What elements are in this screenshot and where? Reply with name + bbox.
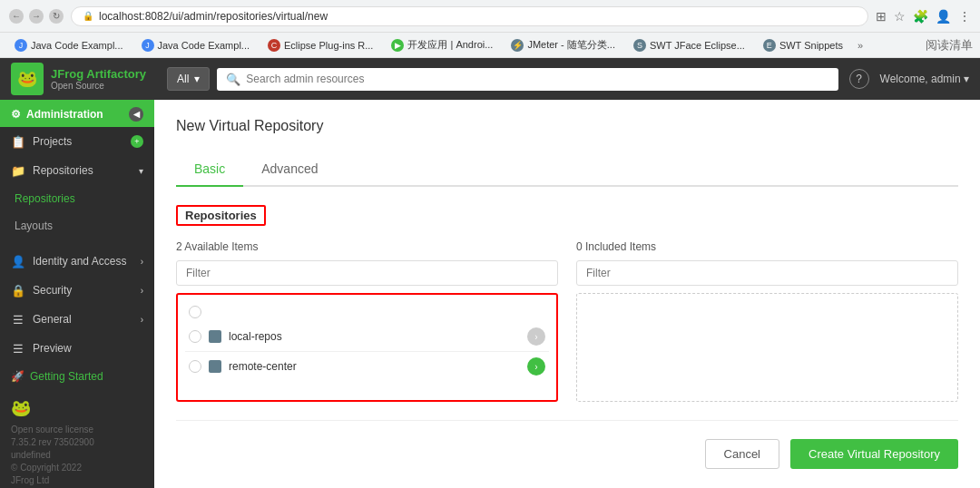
back-button[interactable]: ← <box>9 9 24 24</box>
repo-item-local[interactable]: local-repos › <box>185 322 549 352</box>
sidebar-item-label: General <box>33 313 72 326</box>
add-repo-button[interactable]: › <box>527 357 545 376</box>
bookmark-label: Java Code Exampl... <box>158 40 250 51</box>
search-bar: All ▾ 🔍 <box>167 67 838 91</box>
brand: 🐸 JFrog Artifactory Open Source <box>11 63 156 95</box>
sidebar-item-label: Repositories <box>33 164 93 177</box>
select-all-row <box>185 302 549 322</box>
repo-columns: 2 Available Items local-repos › <box>176 240 958 402</box>
sidebar-admin-header: ⚙ Administration ◀ <box>0 100 154 127</box>
top-nav: 🐸 JFrog Artifactory Open Source All ▾ 🔍 … <box>0 58 980 100</box>
chevron-right-icon: › <box>141 315 143 325</box>
bookmark-jmeter[interactable]: ⚡ JMeter - 随笔分类... <box>504 36 622 54</box>
bookmark-java1[interactable]: J Java Code Exampl... <box>7 37 131 54</box>
sidebar-item-label: Identity and Access <box>33 255 126 268</box>
sidebar: ⚙ Administration ◀ 📋 Projects + 📁 Reposi… <box>0 100 154 488</box>
sidebar-item-label: Layouts <box>15 220 53 232</box>
frog-icon: 🐸 <box>17 69 37 89</box>
bookmark-label: SWT JFace Eclipse... <box>650 40 745 51</box>
repo-name: local-repos <box>229 330 520 343</box>
chevron-down-icon: ▾ <box>139 166 143 176</box>
sidebar-item-label: Security <box>33 284 72 297</box>
bottom-actions: Cancel Create Virtual Repository <box>176 420 958 478</box>
sidebar-item-security[interactable]: 🔒 Security › <box>0 276 154 305</box>
projects-icon: 📋 <box>11 134 25 149</box>
reading-list[interactable]: 阅读清单 <box>926 37 973 54</box>
menu-icon[interactable]: ⋮ <box>958 9 971 24</box>
cancel-button[interactable]: Cancel <box>705 439 779 469</box>
sidebar-collapse-button[interactable]: ◀ <box>129 107 143 122</box>
security-icon: 🔒 <box>11 283 25 298</box>
general-icon: ☰ <box>11 312 25 327</box>
repo-radio[interactable] <box>189 330 201 343</box>
getting-started-item[interactable]: 🚀 Getting Started <box>0 363 154 390</box>
preview-icon: ☰ <box>11 341 25 356</box>
identity-icon: 👤 <box>11 254 25 268</box>
tab-basic[interactable]: Basic <box>176 152 243 187</box>
refresh-button[interactable]: ↻ <box>49 9 64 24</box>
extensions-icon[interactable]: 🧩 <box>913 9 928 24</box>
included-box <box>576 293 958 402</box>
search-type-dropdown[interactable]: All ▾ <box>167 67 210 91</box>
repo-icon <box>209 360 221 373</box>
lock-icon: 🔒 <box>83 11 93 21</box>
browser-chrome: ← → ↻ 🔒 localhost:8082/ui/admin/reposito… <box>0 0 980 33</box>
repo-radio[interactable] <box>189 360 201 373</box>
browser-controls: ← → ↻ <box>9 9 64 24</box>
sidebar-item-identity[interactable]: 👤 Identity and Access › <box>0 247 154 276</box>
page-title: New Virtual Repository <box>176 118 958 134</box>
select-all-radio[interactable] <box>189 306 201 318</box>
bookmark-eclipse[interactable]: C Eclipse Plug-ins R... <box>260 37 380 54</box>
bookmark-label: JMeter - 随笔分类... <box>527 38 615 52</box>
rocket-icon: 🚀 <box>11 370 24 383</box>
welcome-text[interactable]: Welcome, admin ▾ <box>880 73 969 85</box>
bookmark-icon: E <box>763 39 776 52</box>
repo-item-remote[interactable]: remote-center › <box>185 352 549 381</box>
included-col: 0 Included Items <box>576 240 958 402</box>
bookmark-icon: ⚡ <box>511 39 524 52</box>
create-virtual-repository-button[interactable]: Create Virtual Repository <box>790 439 958 469</box>
bookmark-label: 开发应用 | Androi... <box>407 38 493 52</box>
chevron-right-icon: › <box>141 257 143 267</box>
main-content: New Virtual Repository Basic Advanced Re… <box>154 100 980 488</box>
bookmark-label: SWT Snippets <box>779 40 843 51</box>
app-container: 🐸 JFrog Artifactory Open Source All ▾ 🔍 … <box>0 58 980 488</box>
sidebar-item-label: Preview <box>33 342 72 355</box>
sidebar-item-preview[interactable]: ☰ Preview <box>0 334 154 363</box>
star-icon[interactable]: ☆ <box>894 9 906 24</box>
tab-advanced[interactable]: Advanced <box>243 152 336 187</box>
bookmark-android[interactable]: ▶ 开发应用 | Androi... <box>384 36 500 54</box>
available-box: local-repos › remote-center › <box>176 293 558 402</box>
sidebar-item-projects[interactable]: 📋 Projects + <box>0 127 154 156</box>
bookmark-icon: J <box>15 39 27 52</box>
sidebar-item-repositories[interactable]: 📁 Repositories ▾ <box>0 156 154 185</box>
available-filter-input[interactable] <box>176 260 558 286</box>
chevron-down-icon: ▾ <box>194 73 200 85</box>
forward-button[interactable]: → <box>29 9 44 24</box>
repositories-icon: 📁 <box>11 163 25 178</box>
projects-badge: + <box>131 135 143 148</box>
bookmark-label: Java Code Exampl... <box>31 40 123 51</box>
license-text: Open source license 7.35.2 rev 73502900 … <box>11 424 143 487</box>
profile-icon[interactable]: 👤 <box>936 9 951 24</box>
brand-logo: 🐸 <box>11 63 44 95</box>
help-button[interactable]: ? <box>849 69 869 89</box>
add-repo-button[interactable]: › <box>527 327 545 346</box>
nav-right: ? Welcome, admin ▾ <box>849 69 969 89</box>
repositories-section-label: Repositories <box>176 205 266 226</box>
bookmark-snippets[interactable]: E SWT Snippets <box>756 37 850 54</box>
search-input[interactable] <box>246 73 828 85</box>
sidebar-item-general[interactable]: ☰ General › <box>0 305 154 334</box>
frog-icon-small: 🐸 <box>11 397 143 420</box>
more-bookmarks[interactable]: » <box>858 40 863 51</box>
included-filter-input[interactable] <box>576 260 958 286</box>
bookmark-label: Eclipse Plug-ins R... <box>284 40 373 51</box>
bookmark-java2[interactable]: J Java Code Exampl... <box>134 37 258 54</box>
cast-icon[interactable]: ⊞ <box>876 9 887 24</box>
bookmark-swt[interactable]: S SWT JFace Eclipse... <box>626 37 752 54</box>
address-bar[interactable]: 🔒 localhost:8082/ui/admin/repositories/v… <box>71 6 868 26</box>
bookmark-icon: J <box>142 39 154 52</box>
sidebar-item-layouts[interactable]: Layouts <box>0 212 154 239</box>
sidebar-item-repositories-sub[interactable]: Repositories <box>0 185 154 212</box>
brand-sub: Open Source <box>51 81 146 91</box>
